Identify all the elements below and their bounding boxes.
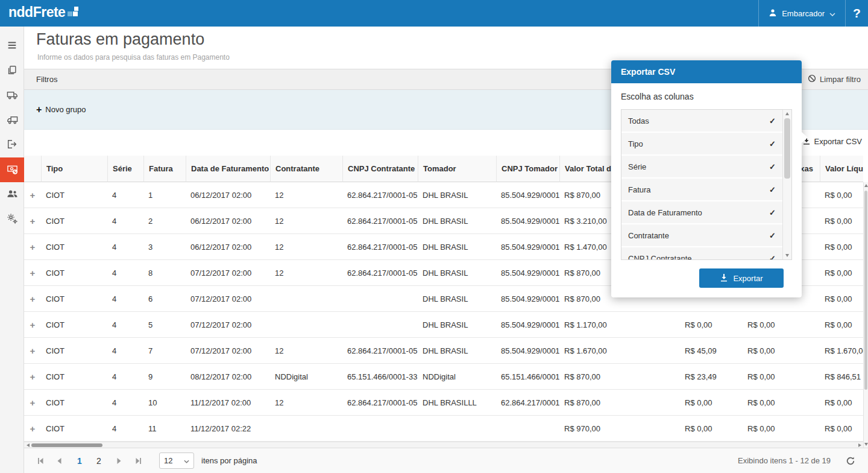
column-option-cnpj-contratante[interactable]: CNPJ Contratante✓ xyxy=(621,247,782,259)
table-cell: 12 xyxy=(270,390,342,416)
table-cell: CIOT xyxy=(41,390,107,416)
expand-row-icon[interactable]: + xyxy=(30,294,36,304)
horizontal-scroll-thumb[interactable] xyxy=(31,443,102,447)
page-title: Faturas em pagamento xyxy=(36,30,204,49)
clear-filter-button[interactable]: Limpar filtro xyxy=(808,74,861,84)
column-header-contratante[interactable]: Contratante xyxy=(270,156,342,182)
table-cell xyxy=(786,312,820,338)
table-cell: 11/12/2017 02:00 xyxy=(186,390,270,416)
table-cell: 85.504.929/0001-00 xyxy=(496,182,559,208)
top-bar: nddFrete Embarcador ? xyxy=(0,0,868,27)
table-cell: 07/12/2017 02:00 xyxy=(186,312,270,338)
new-group-button[interactable]: + Novo grupo xyxy=(36,105,86,114)
column-header-fatura[interactable]: Fatura xyxy=(143,156,186,182)
expand-row-icon[interactable]: + xyxy=(30,268,36,278)
previous-page-button[interactable] xyxy=(51,453,69,469)
table-cell xyxy=(786,416,820,442)
table-cell: 4 xyxy=(107,234,143,260)
table-cell xyxy=(342,312,418,338)
scroll-down-icon[interactable] xyxy=(864,443,868,446)
sidebar-item-documents[interactable] xyxy=(0,59,24,83)
column-header-s-rie[interactable]: Série xyxy=(107,156,143,182)
popup-footer: Exportar xyxy=(621,268,792,288)
list-scroll-thumb[interactable] xyxy=(784,118,790,179)
column-header-0[interactable] xyxy=(24,156,41,182)
page-number-list: 12 xyxy=(70,453,108,469)
column-header-tipo[interactable]: Tipo xyxy=(41,156,107,182)
user-icon xyxy=(769,8,777,19)
table-cell: 08/12/2017 02:00 xyxy=(186,364,270,390)
column-option-todas[interactable]: Todas✓ xyxy=(621,110,782,132)
sidebar-item-menu[interactable] xyxy=(0,34,24,59)
first-page-button[interactable] xyxy=(31,453,49,469)
sidebar-item-users[interactable] xyxy=(0,182,24,207)
table-row: +CIOT41011/12/2017 02:001262.864.217/000… xyxy=(24,390,863,416)
column-header-data-de-faturamento[interactable]: Data de Faturamento↑ xyxy=(186,156,270,182)
export-button[interactable]: Exportar xyxy=(699,268,784,288)
expand-row-icon[interactable]: + xyxy=(30,346,36,356)
table-cell: DHL BRASIL xyxy=(418,260,496,286)
table-cell: R$ 846,51 xyxy=(820,364,863,390)
table-cell: 85.504.929/0001-00 xyxy=(496,338,559,364)
table-cell: 11/12/2017 02:22 xyxy=(186,416,270,442)
table-cell: 2 xyxy=(143,208,186,234)
expand-row-icon[interactable]: + xyxy=(30,320,36,330)
table-cell: DHL BRASIL xyxy=(418,312,496,338)
block-icon xyxy=(808,74,816,84)
vertical-scroll-thumb[interactable] xyxy=(864,191,867,390)
page-button-2[interactable]: 2 xyxy=(91,453,107,469)
help-button[interactable]: ? xyxy=(845,0,868,27)
table-cell: 10 xyxy=(143,390,186,416)
column-option-fatura[interactable]: Fatura✓ xyxy=(621,179,782,200)
column-label: CNPJ Contratante xyxy=(348,164,415,173)
expand-row-icon[interactable]: + xyxy=(30,372,36,382)
expand-row-icon[interactable]: + xyxy=(30,424,36,434)
column-option-contratante[interactable]: Contratante✓ xyxy=(621,224,782,246)
scroll-down-icon[interactable] xyxy=(785,254,789,257)
sidebar-item-truck[interactable] xyxy=(0,83,24,108)
table-cell: DHL BRASIL xyxy=(418,182,496,208)
sidebar-item-settings[interactable] xyxy=(0,207,24,232)
table-cell: DHL BRASIL xyxy=(418,234,496,260)
column-option-data-de-faturamento[interactable]: Data de Faturamento✓ xyxy=(621,202,782,223)
expand-row-icon[interactable]: + xyxy=(30,242,36,252)
page-button-1[interactable]: 1 xyxy=(72,453,87,469)
column-header-valor-l-quido[interactable]: Valor Líquido xyxy=(820,156,863,182)
list-scrollbar[interactable] xyxy=(782,110,791,259)
expand-row-icon[interactable]: + xyxy=(30,216,36,226)
sidebar-item-delivery[interactable] xyxy=(0,108,24,133)
column-label: Série xyxy=(113,164,132,173)
column-header-tomador[interactable]: Tomador xyxy=(418,156,496,182)
user-menu[interactable]: Embarcador xyxy=(758,0,845,27)
horizontal-scroll-track[interactable] xyxy=(31,442,856,448)
last-page-button[interactable] xyxy=(129,453,147,469)
scroll-up-icon[interactable] xyxy=(864,184,868,187)
scroll-left-icon[interactable] xyxy=(24,443,31,447)
table-cell: R$ 0,00 xyxy=(743,364,786,390)
page-size-select[interactable]: 12 xyxy=(159,452,194,469)
table-cell: 12 xyxy=(270,234,342,260)
gears-icon xyxy=(7,213,18,226)
export-csv-link[interactable]: Exportar CSV xyxy=(802,136,862,147)
expand-row-icon[interactable]: + xyxy=(30,190,36,200)
popup-body: Escolha as colunas Todas✓Tipo✓Série✓Fatu… xyxy=(611,83,802,297)
scroll-right-icon[interactable] xyxy=(856,443,863,447)
vertical-scrollbar[interactable] xyxy=(863,182,868,448)
column-option-s-rie[interactable]: Série✓ xyxy=(621,156,782,177)
scroll-up-icon[interactable] xyxy=(785,112,789,115)
option-label: Contratante xyxy=(628,231,669,240)
export-csv-popup: Exportar CSV Escolha as colunas Todas✓Ti… xyxy=(611,60,802,297)
column-option-tipo[interactable]: Tipo✓ xyxy=(621,133,782,154)
sidebar-item-faturas-pagamento[interactable] xyxy=(0,157,24,182)
table-cell: R$ 0,00 xyxy=(820,208,863,234)
column-header-cnpj-contratante[interactable]: CNPJ Contratante xyxy=(342,156,418,182)
column-header-cnpj-tomador[interactable]: CNPJ Tomador xyxy=(496,156,559,182)
next-page-button[interactable] xyxy=(110,453,128,469)
refresh-button[interactable] xyxy=(843,453,858,469)
expand-row-icon[interactable]: + xyxy=(30,398,36,408)
sidebar-item-export[interactable] xyxy=(0,133,24,157)
app-logo[interactable]: nddFrete xyxy=(0,0,79,27)
table-cell: 62.864.217/0001-05 xyxy=(342,260,418,286)
horizontal-scrollbar[interactable] xyxy=(24,442,863,448)
table-cell: CIOT xyxy=(41,416,107,442)
